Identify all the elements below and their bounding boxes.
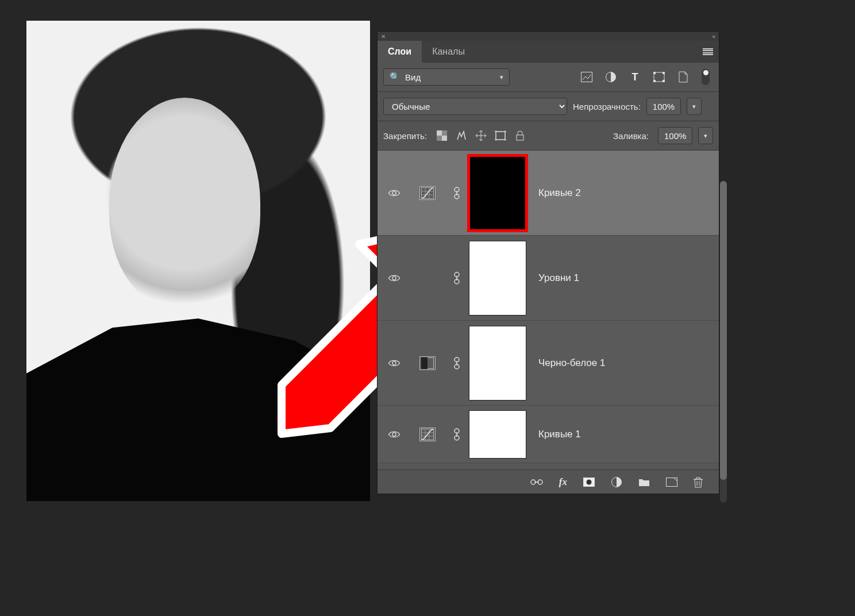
lock-artboard-icon[interactable] xyxy=(495,130,506,141)
svg-rect-7 xyxy=(663,80,665,82)
filter-adjustment-icon[interactable] xyxy=(605,71,617,83)
layer-list: Кривые 2 Уровни 1 Черно-белое xyxy=(378,151,719,469)
layer-name[interactable]: Уровни 1 xyxy=(528,272,719,284)
layer-filter-row: 🔍 Вид ▾ T xyxy=(378,63,719,92)
photo-face xyxy=(109,98,260,309)
hamburger-icon xyxy=(703,48,713,55)
lock-label: Закрепить: xyxy=(383,131,427,141)
svg-rect-32 xyxy=(421,357,428,369)
new-group-icon[interactable] xyxy=(638,478,650,487)
svg-rect-4 xyxy=(653,72,656,74)
fill-input[interactable] xyxy=(658,127,692,144)
link-mask-icon[interactable] xyxy=(453,428,461,441)
trash-icon[interactable] xyxy=(694,476,703,488)
fill-stepper[interactable]: ▾ xyxy=(698,127,713,144)
visibility-eye-icon[interactable] xyxy=(388,189,400,197)
svg-point-26 xyxy=(392,276,396,279)
filter-shape-icon[interactable] xyxy=(653,71,665,83)
panel-topbar: ✕ « xyxy=(378,32,719,41)
panel-menu-button[interactable] xyxy=(697,41,719,63)
filter-value: Вид xyxy=(405,72,495,82)
layer-name[interactable]: Кривые 2 xyxy=(528,187,719,199)
lock-icons xyxy=(436,130,526,141)
svg-rect-6 xyxy=(653,80,656,82)
layer-row[interactable]: Черно-белое 1 xyxy=(378,321,719,406)
scrollbar-thumb[interactable] xyxy=(720,181,727,480)
lock-transparent-icon[interactable] xyxy=(436,130,448,141)
layer-name[interactable]: Черно-белое 1 xyxy=(528,357,719,369)
opacity-input[interactable] xyxy=(646,98,681,115)
lock-image-icon[interactable] xyxy=(456,130,467,141)
lock-fill-row: Закрепить: Заливка: ▾ xyxy=(378,121,719,151)
layer-name[interactable]: Кривые 1 xyxy=(528,429,719,440)
filter-type-icons: T xyxy=(581,69,710,85)
svg-rect-11 xyxy=(496,132,505,140)
blend-opacity-row: Обычные Непрозрачность: ▾ xyxy=(378,92,719,121)
visibility-eye-icon[interactable] xyxy=(388,359,400,367)
svg-point-36 xyxy=(392,432,396,436)
svg-rect-9 xyxy=(437,130,442,136)
document-canvas[interactable] xyxy=(26,21,370,501)
link-mask-icon[interactable] xyxy=(453,272,461,284)
curves-adjustment-icon[interactable] xyxy=(419,428,436,441)
tab-layers[interactable]: Слои xyxy=(378,41,422,63)
svg-point-49 xyxy=(587,479,592,484)
blend-mode-dropdown[interactable]: Обычные xyxy=(383,98,567,115)
layer-mask-thumbnail[interactable] xyxy=(469,241,526,315)
svg-rect-51 xyxy=(667,478,677,486)
svg-rect-1 xyxy=(581,72,592,82)
link-layers-icon[interactable] xyxy=(530,478,543,486)
new-adjustment-icon[interactable] xyxy=(611,476,622,488)
filter-type-icon[interactable]: T xyxy=(629,71,641,83)
svg-rect-5 xyxy=(663,72,665,74)
filter-pixel-icon[interactable] xyxy=(581,71,592,83)
layer-mask-thumbnail[interactable] xyxy=(469,410,526,459)
link-mask-icon[interactable] xyxy=(453,187,461,199)
collapse-panel-icon[interactable]: « xyxy=(712,33,715,40)
visibility-eye-icon[interactable] xyxy=(388,274,400,282)
opacity-stepper[interactable]: ▾ xyxy=(687,98,702,115)
curves-adjustment-icon[interactable] xyxy=(419,186,436,200)
search-icon: 🔍 xyxy=(390,72,400,82)
layers-bottom-toolbar: fx xyxy=(378,469,719,494)
filter-type-dropdown[interactable]: 🔍 Вид ▾ xyxy=(383,68,510,86)
layer-row[interactable]: Кривые 1 xyxy=(378,406,719,463)
layers-panel: ✕ « Слои Каналы 🔍 Вид ▾ T xyxy=(377,31,719,494)
link-mask-icon[interactable] xyxy=(453,357,461,369)
panel-scrollbar[interactable] xyxy=(720,181,727,503)
blackwhite-adjustment-icon[interactable] xyxy=(419,356,436,370)
chevron-down-icon: ▾ xyxy=(704,132,707,140)
layer-mask-thumbnail[interactable] xyxy=(469,156,526,230)
filter-smartobject-icon[interactable] xyxy=(677,71,689,83)
layer-mask-thumbnail[interactable] xyxy=(469,326,526,401)
tab-channels[interactable]: Каналы xyxy=(422,41,475,63)
svg-rect-10 xyxy=(442,136,447,141)
lock-position-icon[interactable] xyxy=(475,130,487,141)
layer-row[interactable]: Уровни 1 xyxy=(378,236,719,321)
lock-all-icon[interactable] xyxy=(514,130,526,141)
layer-fx-icon[interactable]: fx xyxy=(559,477,567,487)
svg-rect-16 xyxy=(517,135,523,140)
svg-point-17 xyxy=(392,191,396,194)
svg-point-30 xyxy=(392,361,396,364)
opacity-label: Непрозрачность: xyxy=(573,102,641,111)
chevron-down-icon: ▾ xyxy=(500,74,503,81)
add-mask-icon[interactable] xyxy=(583,478,595,487)
close-panel-icon[interactable]: ✕ xyxy=(381,33,386,40)
new-layer-icon[interactable] xyxy=(666,478,677,487)
fill-label: Заливка: xyxy=(613,131,649,141)
visibility-eye-icon[interactable] xyxy=(388,430,400,438)
chevron-down-icon: ▾ xyxy=(692,103,696,110)
layer-row[interactable]: Кривые 2 xyxy=(378,151,719,236)
filter-toggle[interactable] xyxy=(702,69,710,85)
panel-tabs: Слои Каналы xyxy=(378,41,719,63)
